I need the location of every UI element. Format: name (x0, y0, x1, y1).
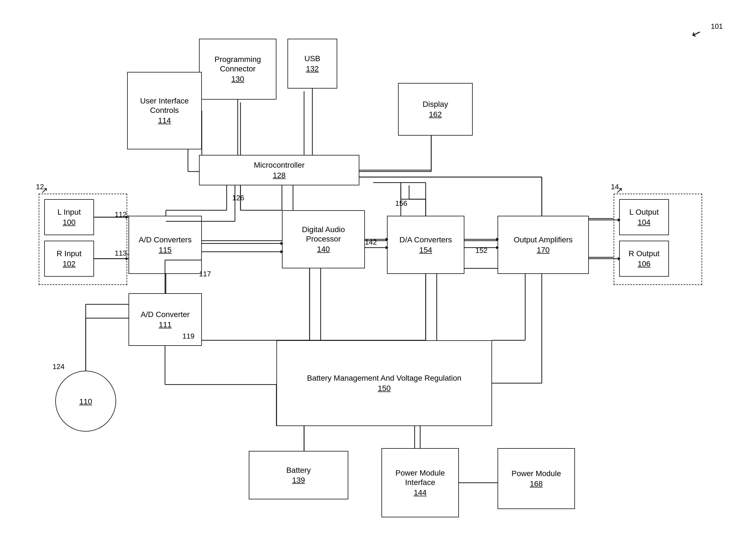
battery-management-title: Battery Management And Voltage Regulatio… (307, 374, 462, 383)
battery-block: Battery 139 (249, 451, 348, 499)
power-module-block: Power Module 168 (497, 448, 575, 509)
ref-156-label: 156 (395, 199, 407, 208)
power-module-interface-num: 144 (414, 488, 427, 497)
r-input-block: R Input 102 (44, 241, 94, 277)
ref-119-label: 119 (183, 332, 194, 340)
battery-management-num: 150 (378, 384, 391, 393)
l-output-num: 104 (638, 218, 651, 227)
display-title: Display (423, 100, 448, 109)
r-output-title: R Output (628, 249, 659, 258)
ad-converters-block: A/D Converters 115 (129, 216, 202, 274)
display-num: 162 (429, 110, 442, 119)
programming-connector-block: Programming Connector 130 (199, 39, 276, 100)
power-module-interface-title: Power Module Interface (385, 468, 456, 487)
battery-num: 139 (292, 476, 305, 485)
ref-142-label: 142 (365, 238, 377, 247)
r-input-title: R Input (57, 249, 82, 258)
ref-126-label: 126 (232, 194, 244, 202)
r-output-block: R Output 106 (619, 241, 669, 277)
ref-101-arrow: ↗ (690, 27, 703, 42)
ref-117-label: 117 (199, 270, 211, 278)
usb-num: 132 (306, 65, 319, 73)
l-input-title: L Input (57, 207, 81, 217)
ref-12-arrow: ↗ (41, 185, 48, 195)
da-converters-block: D/A Converters 154 (387, 216, 464, 274)
ad-converters-title: A/D Converters (139, 235, 192, 245)
microcontroller-title: Microcontroller (254, 160, 305, 170)
power-module-title: Power Module (512, 469, 561, 478)
ref-113-label: 113 (115, 249, 127, 258)
digital-audio-processor-title: Digital Audio Processor (285, 225, 361, 244)
ad-converter-single-num: 111 (159, 320, 172, 329)
ref-152-label: 152 (476, 246, 487, 255)
output-amplifiers-block: Output Amplifiers 170 (497, 216, 589, 274)
usb-block: USB 132 (288, 39, 337, 88)
power-module-interface-block: Power Module Interface 144 (381, 448, 459, 517)
output-amplifiers-title: Output Amplifiers (514, 235, 572, 245)
digital-audio-processor-num: 140 (317, 245, 330, 254)
r-output-num: 106 (638, 259, 651, 268)
l-input-block: L Input 100 (44, 199, 94, 235)
da-converters-title: D/A Converters (399, 235, 452, 245)
programming-connector-title: Programming Connector (202, 55, 273, 73)
microcontroller-block: Microcontroller 128 (199, 155, 359, 185)
programming-connector-num: 130 (232, 75, 244, 83)
ref-101-label: 101 (711, 22, 723, 31)
ref-14-arrow: ↗ (616, 185, 623, 195)
circle-110-num: 110 (79, 397, 92, 406)
ref-124-label: 124 (53, 362, 64, 371)
user-interface-controls-block: User Interface Controls 114 (127, 72, 202, 149)
user-interface-controls-title: User Interface Controls (131, 96, 198, 115)
battery-title: Battery (286, 465, 311, 475)
l-output-block: L Output 104 (619, 199, 669, 235)
r-input-num: 102 (63, 259, 76, 268)
microcontroller-num: 128 (273, 171, 286, 180)
ad-converter-single-title: A/D Converter (141, 310, 190, 319)
power-module-num: 168 (530, 479, 543, 488)
display-block: Display 162 (398, 83, 473, 135)
digital-audio-processor-block: Digital Audio Processor 140 (282, 210, 365, 268)
da-converters-num: 154 (419, 246, 432, 255)
ref-112-label: 112 (115, 210, 127, 219)
l-input-num: 100 (63, 218, 76, 227)
circle-110-block: 110 (55, 371, 116, 432)
usb-title: USB (304, 54, 320, 64)
ad-converters-num: 115 (159, 246, 172, 255)
user-interface-controls-num: 114 (158, 116, 171, 125)
output-amplifiers-num: 170 (537, 246, 550, 255)
l-output-title: L Output (629, 207, 659, 217)
diagram: 101 ↗ Programming Connector 130 USB 132 … (0, 0, 756, 558)
battery-management-block: Battery Management And Voltage Regulatio… (276, 340, 492, 426)
